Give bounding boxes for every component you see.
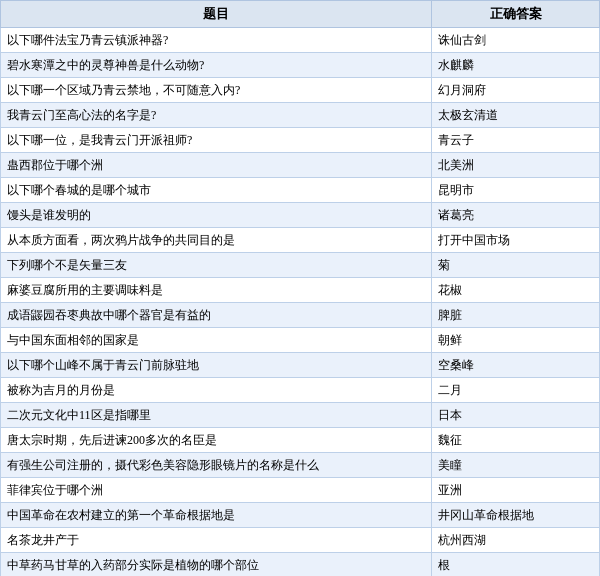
table-row: 与中国东面相邻的国家是朝鲜 (1, 328, 600, 353)
answer-cell: 太极玄清道 (432, 103, 600, 128)
question-cell: 馒头是谁发明的 (1, 203, 432, 228)
question-cell: 碧水寒潭之中的灵尊神兽是什么动物? (1, 53, 432, 78)
table-row: 以下哪一位，是我青云门开派祖师?青云子 (1, 128, 600, 153)
question-cell: 从本质方面看，两次鸦片战争的共同目的是 (1, 228, 432, 253)
quiz-table: 题目 正确答案 以下哪件法宝乃青云镇派神器?诛仙古剑碧水寒潭之中的灵尊神兽是什么… (0, 0, 600, 576)
table-row: 名茶龙井产于杭州西湖 (1, 528, 600, 553)
table-row: 成语鼹园吞枣典故中哪个器官是有益的脾脏 (1, 303, 600, 328)
answer-cell: 魏征 (432, 428, 600, 453)
table-row: 碧水寒潭之中的灵尊神兽是什么动物?水麒麟 (1, 53, 600, 78)
question-cell: 以下哪一位，是我青云门开派祖师? (1, 128, 432, 153)
answer-cell: 北美洲 (432, 153, 600, 178)
question-cell: 成语鼹园吞枣典故中哪个器官是有益的 (1, 303, 432, 328)
answer-cell: 杭州西湖 (432, 528, 600, 553)
answer-cell: 美瞳 (432, 453, 600, 478)
question-header: 题目 (1, 1, 432, 28)
question-cell: 以下哪件法宝乃青云镇派神器? (1, 28, 432, 53)
table-row: 菲律宾位于哪个洲亚洲 (1, 478, 600, 503)
answer-header: 正确答案 (432, 1, 600, 28)
answer-cell: 幻月洞府 (432, 78, 600, 103)
question-cell: 麻婆豆腐所用的主要调味料是 (1, 278, 432, 303)
table-row: 以下哪件法宝乃青云镇派神器?诛仙古剑 (1, 28, 600, 53)
table-row: 下列哪个不是矢量三友菊 (1, 253, 600, 278)
question-cell: 以下哪个山峰不属于青云门前脉驻地 (1, 353, 432, 378)
question-cell: 与中国东面相邻的国家是 (1, 328, 432, 353)
question-cell: 中草药马甘草的入药部分实际是植物的哪个部位 (1, 553, 432, 577)
question-cell: 以下哪个春城的是哪个城市 (1, 178, 432, 203)
answer-cell: 诛仙古剑 (432, 28, 600, 53)
answer-cell: 水麒麟 (432, 53, 600, 78)
answer-cell: 二月 (432, 378, 600, 403)
table-row: 有强生公司注册的，摄代彩色美容隐形眼镜片的名称是什么美瞳 (1, 453, 600, 478)
question-cell: 我青云门至高心法的名字是? (1, 103, 432, 128)
answer-cell: 根 (432, 553, 600, 577)
table-row: 以下哪一个区域乃青云禁地，不可随意入内?幻月洞府 (1, 78, 600, 103)
answer-cell: 空桑峰 (432, 353, 600, 378)
table-row: 以下哪个春城的是哪个城市昆明市 (1, 178, 600, 203)
answer-cell: 菊 (432, 253, 600, 278)
answer-cell: 脾脏 (432, 303, 600, 328)
answer-cell: 青云子 (432, 128, 600, 153)
question-cell: 菲律宾位于哪个洲 (1, 478, 432, 503)
table-row: 馒头是谁发明的诸葛亮 (1, 203, 600, 228)
question-cell: 有强生公司注册的，摄代彩色美容隐形眼镜片的名称是什么 (1, 453, 432, 478)
table-row: 中草药马甘草的入药部分实际是植物的哪个部位根 (1, 553, 600, 577)
question-cell: 唐太宗时期，先后进谏200多次的名臣是 (1, 428, 432, 453)
question-cell: 以下哪一个区域乃青云禁地，不可随意入内? (1, 78, 432, 103)
table-row: 以下哪个山峰不属于青云门前脉驻地空桑峰 (1, 353, 600, 378)
answer-cell: 井冈山革命根据地 (432, 503, 600, 528)
answer-cell: 亚洲 (432, 478, 600, 503)
table-row: 唐太宗时期，先后进谏200多次的名臣是魏征 (1, 428, 600, 453)
table-row: 麻婆豆腐所用的主要调味料是花椒 (1, 278, 600, 303)
answer-cell: 昆明市 (432, 178, 600, 203)
answer-cell: 日本 (432, 403, 600, 428)
question-cell: 蛊西郡位于哪个洲 (1, 153, 432, 178)
table-row: 从本质方面看，两次鸦片战争的共同目的是打开中国市场 (1, 228, 600, 253)
question-cell: 二次元文化中11区是指哪里 (1, 403, 432, 428)
answer-cell: 打开中国市场 (432, 228, 600, 253)
question-cell: 下列哪个不是矢量三友 (1, 253, 432, 278)
table-row: 蛊西郡位于哪个洲北美洲 (1, 153, 600, 178)
table-row: 中国革命在农村建立的第一个革命根据地是井冈山革命根据地 (1, 503, 600, 528)
question-cell: 中国革命在农村建立的第一个革命根据地是 (1, 503, 432, 528)
table-row: 被称为吉月的月份是二月 (1, 378, 600, 403)
answer-cell: 诸葛亮 (432, 203, 600, 228)
table-row: 二次元文化中11区是指哪里日本 (1, 403, 600, 428)
answer-cell: 花椒 (432, 278, 600, 303)
question-cell: 被称为吉月的月份是 (1, 378, 432, 403)
answer-cell: 朝鲜 (432, 328, 600, 353)
table-row: 我青云门至高心法的名字是?太极玄清道 (1, 103, 600, 128)
question-cell: 名茶龙井产于 (1, 528, 432, 553)
